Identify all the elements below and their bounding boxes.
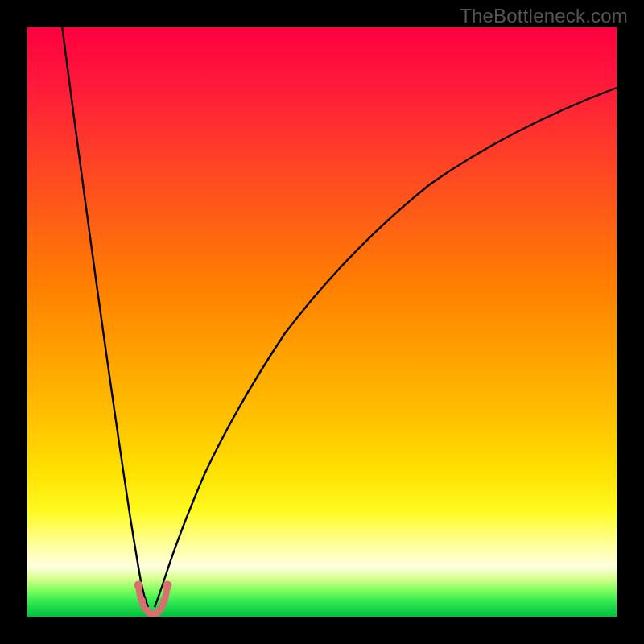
optimal-marker-dot	[160, 597, 167, 604]
watermark-text: TheBottleneck.com	[460, 5, 628, 27]
plot-area	[27, 27, 617, 617]
optimal-marker-dot	[139, 597, 146, 604]
optimal-marker-right	[163, 581, 172, 590]
optimal-marker-dot	[144, 607, 151, 613]
curve-right-branch	[155, 88, 617, 607]
optimal-marker-left	[134, 581, 143, 590]
curve-layer	[27, 27, 617, 617]
chart-frame: TheBottleneck.com	[0, 0, 644, 644]
optimal-marker-dot	[150, 610, 156, 617]
curve-left-branch	[61, 27, 148, 607]
optimal-marker-dot	[155, 607, 162, 613]
